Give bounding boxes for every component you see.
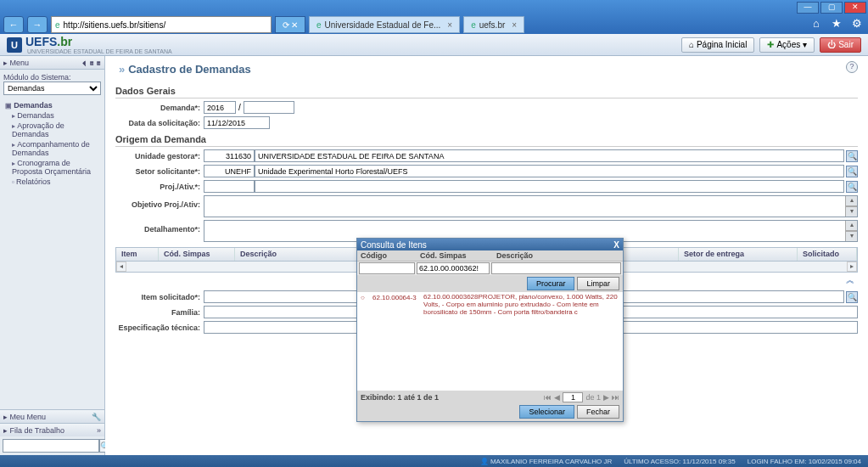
objetivo-textarea[interactable]: ▴ ▾ [204,195,858,217]
unidade-label: Unidade gestora*: [115,152,204,160]
modal-result-row[interactable]: ○ 62.10.00064-3 62.10.00.0003628PROJETOR… [357,292,623,318]
module-section: Módulo do Sistema: Demandas [0,70,104,98]
col-simpas: Cód. Simpas [159,248,235,261]
modal-pager: Exibindo: 1 até 1 de 1 ⏮ ◀ de 1 ▶ ⏭ [361,392,619,402]
scroll-right-icon[interactable]: ▸ [847,262,857,272]
browser-chrome: — ▢ ✕ ← → ehttp://sitiens.uefs.br/sitien… [0,0,868,34]
demanda-row: Demanda*: / [115,101,858,114]
home-icon: ⌂ [689,40,694,49]
dados-gerais-title: Dados Gerais [115,84,858,98]
browser-tools: ⌂ ★ ⚙ [809,17,865,32]
logo-text: UEFS.br [25,35,72,48]
wrench-icon: 🔧 [92,413,101,421]
setor-row: Setor solicitante*: 🔍 [115,165,858,177]
setor-label: Setor solicitante*: [115,167,204,176]
demanda-label: Demanda*: [115,104,204,112]
espec-label: Especificação técnica: [115,324,204,332]
fila-trabalho-bar[interactable]: ▸ Fila de Trabalho» [0,423,104,436]
setor-name-input[interactable] [255,165,844,177]
modal-codigo-input[interactable] [359,262,415,274]
item-lookup-button[interactable]: 🔍 [846,291,858,303]
proj-name-input[interactable] [255,180,844,193]
pager-next-icon[interactable]: ▶ [603,393,609,402]
chevron-up-icon[interactable]: ︽ [846,275,854,284]
setor-code-input[interactable] [204,165,255,177]
tab-close-icon[interactable]: × [512,20,517,30]
setor-lookup-button[interactable]: 🔍 [846,166,858,177]
pager-last-icon[interactable]: ⏭ [612,393,619,402]
tree-item-acompanhamento[interactable]: Acompanhamento de Demandas [3,139,101,158]
exit-button[interactable]: ⏻Sair [820,37,861,53]
home-button[interactable]: ⌂Página Inicial [681,37,755,53]
data-row: Data da solicitação: [115,116,858,129]
browser-tab-0[interactable]: eUniversidade Estadual de Fe...× [309,16,460,33]
maximize-button[interactable]: ▢ [820,2,843,14]
status-acesso: ÚLTIMO ACESSO: 11/12/2015 09:35 [624,458,735,465]
help-button[interactable]: ? [846,61,858,73]
logo-icon: U [7,37,22,53]
procurar-button[interactable]: Procurar [527,277,575,290]
close-button[interactable]: ✕ [844,2,866,14]
proj-row: Proj./Ativ.*: 🔍 [115,180,858,193]
minimize-button[interactable]: — [797,2,819,14]
module-select[interactable]: Demandas [3,82,101,95]
pager-of: de 1 [585,393,601,402]
tree-root-demandas[interactable]: Demandas [3,100,101,110]
forward-button[interactable]: → [27,16,48,33]
modal-descricao-input[interactable] [491,262,621,274]
sidebar: ▸ Menu ⏴ ▦ ▦ Módulo do Sistema: Demandas… [0,56,105,455]
scroll-down-icon[interactable]: ▾ [845,206,857,217]
proj-code-input[interactable] [204,180,255,193]
proj-lookup-button[interactable]: 🔍 [846,181,858,193]
modal-action-buttons: Selecionar Fechar [361,402,619,419]
pager-page-input[interactable] [563,392,583,402]
scroll-up-icon[interactable]: ▴ [845,196,857,206]
modal-col-descricao: Descrição [493,250,623,261]
scroll-up-icon[interactable]: ▴ [845,221,857,231]
tree-item-relatorios[interactable]: Relatórios [3,177,101,187]
module-label: Módulo do Sistema: [3,73,101,82]
browser-tab-1[interactable]: euefs.br× [463,16,524,33]
selecionar-button[interactable]: Selecionar [519,405,574,419]
actions-button[interactable]: ✚Ações▾ [759,37,815,53]
tree-item-demandas[interactable]: Demandas [3,110,101,121]
back-button[interactable]: ← [3,16,24,33]
address-bar-row: ← → ehttp://sitiens.uefs.br/sitiens/ ⟳ ✕… [0,15,868,34]
limpar-button[interactable]: Limpar [577,277,619,290]
data-input[interactable] [204,116,270,129]
sidebar-search-input[interactable] [3,439,99,453]
result-code: 62.10.00064-3 [372,294,420,316]
refresh-button[interactable]: ⟳ ✕ [275,16,305,33]
home-icon[interactable]: ⌂ [809,17,824,32]
tree-item-aprovacao[interactable]: Aprovação de Demandas [3,121,101,139]
fechar-button[interactable]: Fechar [577,405,619,419]
favorites-icon[interactable]: ★ [829,17,844,32]
pager-prev-icon[interactable]: ◀ [554,393,560,402]
meu-menu-bar[interactable]: ▸ Meu Menu🔧 [0,409,104,423]
result-radio[interactable]: ○ [361,294,369,316]
unidade-name-input[interactable] [255,149,844,162]
modal-close-button[interactable]: X [613,240,619,250]
power-icon: ⏻ [827,40,836,49]
address-input[interactable]: ehttp://sitiens.uefs.br/sitiens/ [51,16,272,33]
modal-titlebar[interactable]: Consulta de Itens X [357,239,623,250]
status-user: 👤 MAXILANIO FERREIRA CARVALHO JR [480,458,613,465]
scroll-left-icon[interactable]: ◂ [116,262,126,272]
gear-icon[interactable]: ⚙ [849,17,865,32]
item-label: Item solicitado*: [115,293,204,301]
demanda-year-input[interactable] [204,101,236,114]
modal-filter-inputs [357,262,623,275]
scroll-down-icon[interactable]: ▾ [845,231,857,241]
collapse-icon[interactable]: ⏴ ▦ ▦ [81,59,101,67]
unidade-code-input[interactable] [204,149,255,162]
data-label: Data da solicitação: [115,119,204,127]
tab-close-icon[interactable]: × [447,20,452,30]
demanda-num-input[interactable] [244,101,294,114]
modal-simpas-input[interactable] [417,262,490,274]
chevron-down-icon: ▾ [803,40,807,49]
ie-icon: e [55,20,60,30]
unidade-lookup-button[interactable]: 🔍 [846,150,858,162]
pager-first-icon[interactable]: ⏮ [544,393,552,402]
tree-item-cronograma[interactable]: Cronograma de Proposta Orçamentária [3,158,101,177]
logo: U UEFS.br UNIVERSIDADE ESTADUAL DE FEIRA… [7,35,172,54]
